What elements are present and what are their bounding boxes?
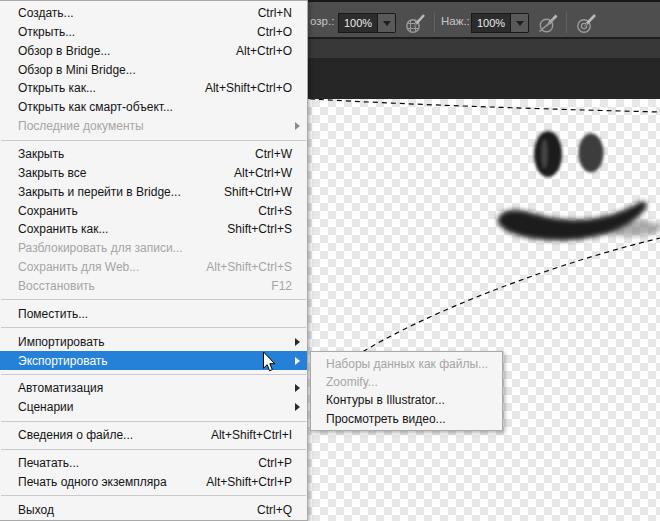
airbrush-icon[interactable] [574, 11, 600, 37]
export-submenu: Наборы данных как файлы... Zoomify... Ко… [310, 351, 503, 431]
opacity-dropdown[interactable]: 100% [338, 13, 396, 33]
smiley-left-eye-highlight [541, 139, 548, 169]
menu-item-label: Поместить... [18, 307, 88, 321]
menu-item-label: Обзор в Bridge... [18, 44, 110, 58]
menu-item-label: Сведения о файле... [18, 428, 133, 442]
menu-item-shortcut: Alt+Shift+Ctrl+O [193, 81, 292, 95]
selection-marquee-top [310, 99, 660, 112]
tablet-pressure-opacity-icon[interactable] [403, 11, 429, 37]
selection-marquee-bottom [348, 238, 660, 361]
menu-item-scripts[interactable]: Сценарии [0, 398, 307, 417]
menu-item-label: Выход [18, 503, 54, 517]
pressure-dropdown[interactable]: 100% [471, 13, 529, 33]
submenu-arrow-icon [295, 122, 300, 130]
pressure-dropdown-button[interactable] [511, 13, 529, 33]
menu-item-import[interactable]: Импортировать [0, 332, 307, 351]
menu-item-label: Печать одного экземпляра [18, 475, 167, 489]
menu-item-shortcut: Alt+Shift+Ctrl+I [199, 428, 292, 442]
menu-separator [1, 374, 306, 375]
menu-item-shortcut: Ctrl+W [243, 147, 292, 161]
menu-item-close[interactable]: ЗакрытьCtrl+W [0, 145, 307, 164]
menu-item-open-as[interactable]: Открыть как...Alt+Shift+Ctrl+O [0, 79, 307, 98]
menu-item-label: Открыть как... [18, 81, 96, 95]
menu-item-label: Контуры в Illustrator... [326, 393, 445, 407]
menu-item-shortcut: Ctrl+N [246, 6, 292, 20]
menu-item-close-all[interactable]: Закрыть всеAlt+Ctrl+W [0, 163, 307, 182]
submenu-item-paths-to-illustrator[interactable]: Контуры в Illustrator... [311, 391, 502, 409]
menu-item-shortcut: Alt+Shift+Ctrl+S [194, 260, 292, 274]
menu-item-shortcut: F12 [259, 279, 292, 293]
menu-item-shortcut: Alt+Ctrl+W [222, 166, 292, 180]
submenu-arrow-icon [295, 338, 300, 346]
submenu-arrow-icon [295, 403, 300, 411]
submenu-item-render-video[interactable]: Просмотреть видео... [311, 409, 502, 427]
menu-item-label: Сохранить как... [18, 222, 108, 236]
menu-item-label: Печатать... [18, 456, 79, 470]
menu-item-label: Просмотреть видео... [326, 412, 446, 426]
menu-item-shortcut: Alt+Ctrl+O [224, 44, 292, 58]
pressure-value[interactable]: 100% [471, 13, 511, 33]
menu-item-open[interactable]: Открыть...Ctrl+O [0, 22, 307, 41]
smiley-right-eye [579, 134, 604, 173]
file-menu: Создать...Ctrl+N Открыть...Ctrl+O Обзор … [0, 0, 308, 521]
toolbar-separator [434, 12, 435, 33]
menu-separator [1, 495, 306, 496]
submenu-arrow-icon [295, 357, 300, 365]
submenu-item-zoomify[interactable]: Zoomify... [311, 373, 502, 391]
menu-item-browse-in-bridge[interactable]: Обзор в Bridge...Alt+Ctrl+O [0, 41, 307, 60]
menu-item-label: Сохранить [18, 204, 78, 218]
menu-item-shortcut: Ctrl+O [245, 25, 292, 39]
menu-item-label: Последние документы [18, 119, 144, 133]
menu-item-shortcut: Shift+Ctrl+S [215, 222, 292, 236]
submenu-item-data-sets-as-files[interactable]: Наборы данных как файлы... [311, 355, 502, 373]
chevron-down-icon [383, 21, 391, 26]
opacity-label: озр.: [310, 15, 334, 27]
menu-item-new[interactable]: Создать...Ctrl+N [0, 4, 307, 23]
menu-item-place[interactable]: Поместить... [0, 304, 307, 323]
menu-item-shortcut: Shift+Ctrl+W [212, 185, 292, 199]
menu-item-browse-in-mini-bridge[interactable]: Обзор в Mini Bridge... [0, 60, 307, 79]
menu-item-shortcut: Ctrl+P [246, 456, 292, 470]
menu-separator [1, 327, 306, 328]
menu-item-label: Экспортировать [18, 354, 108, 368]
menu-item-check-in[interactable]: Разблокировать для записи... [0, 239, 307, 258]
menu-separator [1, 449, 306, 450]
menu-item-label: Сохранить для Web... [18, 260, 139, 274]
menu-item-shortcut: Ctrl+Q [245, 503, 292, 517]
menu-item-label: Импортировать [18, 335, 104, 349]
menu-item-label: Закрыть все [18, 166, 86, 180]
menu-item-open-as-smart-object[interactable]: Открыть как смарт-объект... [0, 98, 307, 117]
opacity-value[interactable]: 100% [338, 13, 378, 33]
menu-item-save[interactable]: СохранитьCtrl+S [0, 201, 307, 220]
menu-item-revert[interactable]: ВосстановитьF12 [0, 277, 307, 296]
menu-item-label: Открыть... [18, 25, 75, 39]
menu-item-close-and-go-to-bridge[interactable]: Закрыть и перейти в Bridge...Shift+Ctrl+… [0, 182, 307, 201]
opacity-dropdown-button[interactable] [378, 13, 396, 33]
tablet-pressure-size-off-icon[interactable] [536, 11, 562, 37]
menu-item-label: Разблокировать для записи... [18, 241, 183, 255]
menu-item-print[interactable]: Печатать...Ctrl+P [0, 454, 307, 473]
menu-item-label: Открыть как смарт-объект... [18, 100, 173, 114]
menu-item-file-info[interactable]: Сведения о файле...Alt+Shift+Ctrl+I [0, 426, 307, 445]
menu-item-label: Закрыть и перейти в Bridge... [18, 185, 181, 199]
menu-item-label: Наборы данных как файлы... [326, 357, 488, 371]
menu-item-label: Восстановить [18, 279, 95, 293]
toolbar-separator [566, 12, 567, 33]
mouse-cursor [262, 351, 277, 374]
menu-item-label: Zoomify... [326, 375, 378, 389]
menu-item-label: Автоматизация [18, 381, 103, 395]
menu-item-shortcut: Alt+Shift+Ctrl+P [194, 475, 292, 489]
menu-item-recent-files[interactable]: Последние документы [0, 117, 307, 136]
menu-item-export[interactable]: Экспортировать [0, 351, 307, 370]
menu-separator [1, 421, 306, 422]
menu-item-save-as[interactable]: Сохранить как...Shift+Ctrl+S [0, 220, 307, 239]
menu-item-label: Создать... [18, 6, 74, 20]
menu-item-label: Обзор в Mini Bridge... [18, 63, 136, 77]
menu-separator [1, 299, 306, 300]
menu-item-print-one-copy[interactable]: Печать одного экземпляраAlt+Shift+Ctrl+P [0, 472, 307, 491]
menu-item-shortcut: Ctrl+S [246, 204, 292, 218]
menu-item-exit[interactable]: ВыходCtrl+Q [0, 500, 307, 519]
menu-item-save-for-web[interactable]: Сохранить для Web...Alt+Shift+Ctrl+S [0, 258, 307, 277]
pressure-label: Наж.: [441, 15, 470, 27]
menu-item-automate[interactable]: Автоматизация [0, 379, 307, 398]
